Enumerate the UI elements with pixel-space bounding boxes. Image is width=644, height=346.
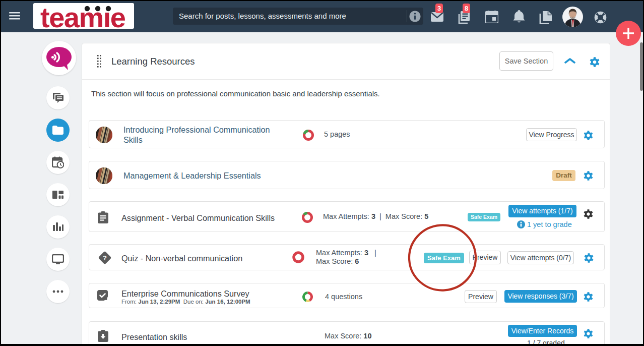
svg-text:?: ? [103, 254, 107, 262]
